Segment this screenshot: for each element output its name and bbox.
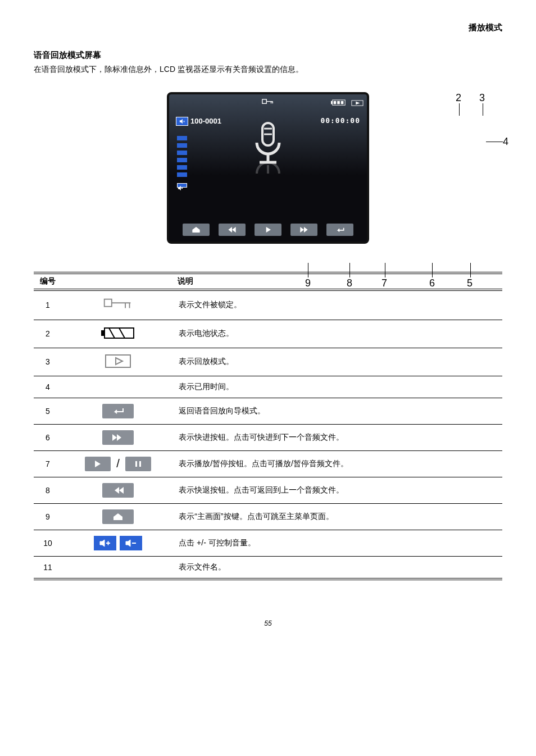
table-header-desc: 说明 — [174, 273, 502, 290]
callout-3: 3 — [479, 92, 485, 104]
svg-marker-7 — [356, 101, 360, 104]
section-title: 语音回放模式屏幕 — [34, 50, 502, 61]
row-num: 9 — [34, 503, 62, 530]
row-desc: 表示快退按钮。点击可返回到上一个音频文件。 — [174, 477, 502, 503]
row-num: 5 — [34, 398, 62, 424]
section-description: 在语音回放模式下，除标准信息外，LCD 监视器还显示有关音频设置的信息。 — [34, 64, 502, 75]
svg-marker-18 — [228, 227, 232, 233]
battery-icon — [331, 99, 347, 106]
svg-marker-8 — [180, 119, 183, 123]
home-icon — [102, 509, 134, 524]
callout-4: 4 — [503, 136, 508, 148]
svg-rect-0 — [262, 99, 266, 103]
svg-rect-4 — [337, 101, 340, 104]
fast-forward-button[interactable] — [290, 224, 317, 236]
svg-rect-11 — [181, 188, 183, 189]
callout-8: 8 — [347, 277, 352, 289]
row-icon-empty — [62, 376, 174, 398]
table-header-num: 编号 — [34, 273, 62, 290]
svg-rect-31 — [135, 461, 137, 467]
svg-rect-26 — [106, 355, 130, 367]
table-row: 1 表示文件被锁定。 — [34, 290, 502, 320]
row-desc: 表示播放/暂停按钮。点击可播放/暂停音频文件。 — [174, 450, 502, 477]
svg-marker-19 — [232, 227, 236, 233]
callout-6: 6 — [429, 277, 435, 289]
key-icon — [102, 297, 134, 312]
svg-marker-29 — [117, 434, 121, 441]
callout-2: 2 — [456, 92, 461, 104]
home-button[interactable] — [183, 224, 210, 236]
play-pause-icon: / — [85, 457, 151, 471]
play-button[interactable] — [255, 224, 281, 236]
table-row: 9 表示“主画面”按键。点击可跳至主菜单页面。 — [34, 503, 502, 530]
device-screen: + 100-0001 00:00:00 — [167, 92, 369, 244]
svg-rect-25 — [101, 330, 105, 336]
row-desc: 点击 +/- 可控制音量。 — [174, 530, 502, 556]
callout-7: 7 — [381, 277, 387, 289]
table-row: 8 表示快退按钮。点击可返回到上一个音频文件。 — [34, 477, 502, 503]
table-row: 4 表示已用时间。 — [34, 376, 502, 398]
row-num: 7 — [34, 450, 62, 477]
svg-marker-30 — [95, 461, 101, 467]
fast-forward-icon — [102, 430, 134, 445]
row-num: 10 — [34, 530, 62, 556]
table-row: 5 返回语音回放向导模式。 — [34, 398, 502, 424]
callout-5: 5 — [467, 277, 473, 289]
row-desc: 返回语音回放向导模式。 — [174, 398, 502, 424]
elapsed-time: 00:00:00 — [320, 117, 360, 124]
table-header-icon — [62, 273, 174, 290]
row-num: 6 — [34, 424, 62, 450]
row-desc: 表示回放模式。 — [174, 348, 502, 376]
row-desc: 表示快进按钮。点击可快进到下一个音频文件。 — [174, 424, 502, 450]
row-desc: 表示电池状态。 — [174, 320, 502, 348]
file-number-row: + 100-0001 — [176, 117, 221, 126]
play-mode-icon — [105, 354, 131, 368]
row-num: 1 — [34, 290, 62, 320]
svg-text:+: + — [183, 119, 185, 123]
svg-rect-32 — [139, 461, 141, 467]
microphone-icon — [248, 120, 288, 184]
play-mode-icon — [351, 99, 364, 106]
table-row: 3 表示回放模式。 — [34, 348, 502, 376]
row-desc: 表示文件名。 — [174, 556, 502, 579]
return-icon — [102, 404, 134, 418]
row-num: 2 — [34, 320, 62, 348]
volume-level-bars — [177, 136, 187, 188]
svg-rect-2 — [331, 101, 333, 104]
callout-9: 9 — [305, 277, 311, 289]
table-row: 7 / 表示播放/暂停按钮。点击可播放/暂停音频文件。 — [34, 450, 502, 477]
row-num: 3 — [34, 348, 62, 376]
row-num: 4 — [34, 376, 62, 398]
volume-down-icon[interactable] — [177, 183, 187, 188]
svg-rect-5 — [341, 101, 344, 104]
row-icon-empty — [62, 556, 174, 579]
row-num: 8 — [34, 477, 62, 503]
svg-marker-21 — [300, 227, 304, 233]
battery-icon — [100, 326, 136, 340]
svg-marker-22 — [304, 227, 308, 233]
lock-key-icon — [262, 98, 274, 106]
row-num: 11 — [34, 556, 62, 579]
rewind-button[interactable] — [219, 224, 246, 236]
svg-rect-24 — [105, 328, 134, 338]
svg-marker-20 — [266, 227, 271, 233]
volume-plus-minus-icon — [94, 536, 142, 550]
file-number: 100-0001 — [190, 117, 221, 125]
table-row: 11 表示文件名。 — [34, 556, 502, 579]
page-number: 55 — [34, 620, 502, 627]
svg-marker-35 — [100, 540, 105, 546]
legend-table: 编号 说明 1 表示文件被锁定。 2 表示电池状态。 3 — [34, 272, 502, 580]
row-desc: 表示已用时间。 — [174, 376, 502, 398]
svg-marker-34 — [119, 487, 124, 494]
svg-marker-10 — [178, 185, 181, 190]
row-desc: 表示“主画面”按键。点击可跳至主菜单页面。 — [174, 503, 502, 530]
svg-rect-23 — [105, 299, 112, 306]
return-button[interactable] — [326, 224, 353, 236]
table-row: 2 表示电池状态。 — [34, 320, 502, 348]
svg-rect-3 — [334, 101, 337, 104]
volume-up-icon[interactable]: + — [176, 117, 188, 126]
table-row: 6 表示快进按钮。点击可快进到下一个音频文件。 — [34, 424, 502, 450]
table-row: 10 点击 +/- 可控制音量。 — [34, 530, 502, 556]
svg-marker-28 — [112, 434, 117, 441]
svg-marker-36 — [126, 540, 130, 546]
